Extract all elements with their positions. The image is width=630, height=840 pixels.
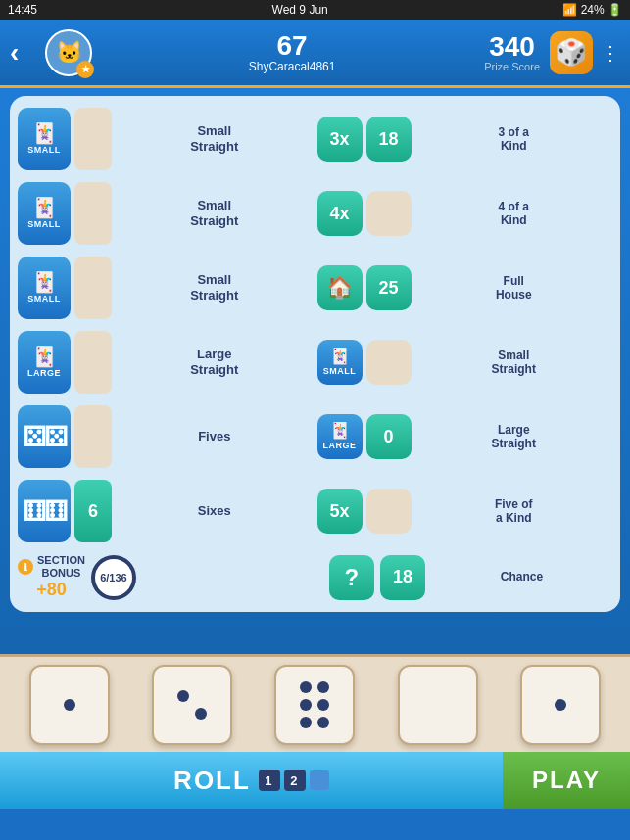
cat-icon-large-1[interactable]: 🃏 LARGE (18, 331, 71, 394)
blank-slot-score-4[interactable] (366, 340, 412, 385)
cat-icon-symbol-large-r: 🃏 (330, 423, 350, 439)
die-1[interactable] (29, 665, 110, 745)
score-row-6: ⚅⚅ 6 Sixes 5x Five ofa Kind (18, 476, 612, 546)
right-cat-fiveofakind: Five ofa Kind (415, 497, 613, 526)
cat-icon-symbol-1: 🃏 (32, 123, 57, 143)
avatar-wrap: 🐱 ★ (45, 29, 92, 76)
die-dot-5 (555, 699, 566, 711)
top-nav: ‹ 🐱 ★ 67 ShyCaracal4861 340 Prize Score … (0, 20, 630, 88)
bottom-buttons: ROLL 1 2 PLAY (0, 752, 630, 809)
cat-icon-large-right[interactable]: 🃏 LARGE (317, 414, 363, 459)
cat-icon-label-3: SMALL (27, 294, 61, 303)
score-18[interactable]: 18 (366, 117, 412, 162)
right-cat-fullhouse: FullHouse (415, 274, 613, 303)
prize-section: 340 Prize Score (484, 33, 540, 72)
cat-icon-small-right[interactable]: 🃏 SMALL (317, 340, 363, 385)
status-time: 14:45 (8, 3, 37, 17)
cat-icon-symbol-2: 🃏 (32, 198, 57, 217)
cat-icon-symbol-small-r: 🃏 (330, 349, 350, 364)
cat-icon-small-2[interactable]: 🃏 SMALL (18, 182, 71, 245)
blank-slot-3[interactable] (74, 257, 112, 319)
die-4[interactable] (398, 665, 478, 745)
blank-slot-2[interactable] (74, 182, 112, 245)
score-row-1: 🃏 SMALL SmallStraight 3x 18 3 of aKind (18, 104, 612, 174)
cat-icon-symbol-3: 🃏 (32, 272, 57, 292)
die-dot-2a (177, 690, 189, 702)
die-dot-2b (195, 708, 207, 720)
cat-name-fives: Fives (116, 429, 314, 444)
cat-icon-small-3[interactable]: 🃏 SMALL (18, 257, 71, 319)
cat-icon-label-2: SMALL (27, 219, 61, 229)
progress-circle: 6/136 (91, 555, 136, 600)
multiplier-4x[interactable]: 4x (317, 191, 363, 236)
status-date: Wed 9 Jun (272, 3, 328, 17)
more-button[interactable]: ⋮ (601, 41, 620, 65)
score-25[interactable]: 25 (366, 265, 412, 310)
score-col-left: 🃏 SMALL SmallStraight 3x 18 3 of aKind 🃏… (18, 104, 612, 604)
cat-icon-small-1[interactable]: 🃏 SMALL (18, 108, 71, 170)
score-chance-18[interactable]: 18 (380, 555, 425, 600)
die-dot-3e (300, 717, 312, 728)
score-6-left[interactable]: 6 (74, 480, 112, 542)
prize-label: Prize Score (484, 61, 540, 72)
die-3[interactable] (274, 665, 355, 745)
cat-name-small-straight-2: SmallStraight (116, 198, 314, 228)
blank-slot-5[interactable] (74, 405, 112, 468)
die-5[interactable] (520, 665, 601, 745)
right-cat-4ofakind: 4 of aKind (415, 200, 613, 228)
score-row-4: 🃏 LARGE LargeStraight 🃏 SMALL SmallStrai… (18, 327, 612, 397)
cat-icon-symbol-large-1: 🃏 (32, 347, 57, 366)
blank-slot-1[interactable] (74, 108, 112, 170)
bonus-plus: +80 (36, 580, 67, 600)
score-row-5: ⚄⚄ Fives 🃏 LARGE 0 LargeStraight (18, 401, 612, 472)
roll-square (310, 770, 329, 790)
game-area: 🃏 SMALL SmallStraight 3x 18 3 of aKind 🃏… (0, 88, 630, 654)
score-0[interactable]: 0 (366, 414, 412, 459)
cat-icon-label-large-r: LARGE (323, 441, 357, 450)
die-dot-3c (300, 699, 312, 711)
back-button[interactable]: ‹ (10, 37, 45, 69)
dice-area (0, 654, 630, 752)
right-cat-smallstraight: SmallStraight (415, 349, 613, 377)
cat-name-large-straight: LargeStraight (116, 347, 314, 377)
bonus-row: ℹ SECTIONBONUS +80 6/136 ? 18 Chance (18, 550, 612, 604)
right-cat-chance: Chance (431, 570, 612, 583)
status-bar: 14:45 Wed 9 Jun 📶 24% 🔋 (0, 0, 630, 20)
roll-counter-1: 1 (259, 770, 280, 791)
cat-icon-label-1: SMALL (27, 145, 61, 155)
die-dot-3d (317, 699, 329, 711)
score-row-2: 🃏 SMALL SmallStraight 4x 4 of aKind (18, 178, 612, 249)
cat-name-small-straight-1: SmallStraight (116, 123, 314, 154)
bonus-info-icon: ℹ (18, 559, 33, 575)
player-score-section: 67 ShyCaracal4861 (100, 32, 484, 73)
multiplier-5x[interactable]: 5x (317, 489, 363, 534)
prize-score-value: 340 (484, 33, 540, 61)
roll-counter-2: 2 (284, 770, 306, 791)
player-points: 67 (100, 32, 484, 60)
cat-icon-sixes[interactable]: ⚅⚅ (18, 480, 71, 542)
cat-icon-fives[interactable]: ⚄⚄ (18, 405, 71, 468)
die-dot-3a (300, 681, 312, 693)
right-cat-largestraight: LargeStraight (415, 423, 613, 451)
chance-question[interactable]: ? (329, 555, 374, 600)
bonus-label: SECTIONBONUS (37, 554, 85, 580)
multiplier-house[interactable]: 🏠 (317, 265, 363, 310)
avatar-badge: ★ (76, 61, 94, 78)
right-cat-3ofakind: 3 of aKind (415, 125, 613, 154)
blank-slot-4[interactable] (74, 331, 112, 394)
blank-slot-score-6[interactable] (366, 489, 412, 534)
multiplier-3x[interactable]: 3x (317, 117, 363, 162)
die-dot-3f (317, 717, 329, 728)
player-name: ShyCaracal4861 (100, 60, 484, 73)
blank-slot-score-2[interactable] (366, 191, 412, 236)
die-2[interactable] (152, 665, 232, 745)
status-info: 📶 24% 🔋 (562, 3, 622, 17)
roll-label: ROLL (173, 766, 251, 796)
cat-name-small-straight-3: SmallStraight (116, 272, 314, 303)
score-card: 🃏 SMALL SmallStraight 3x 18 3 of aKind 🃏… (10, 96, 620, 612)
cat-name-sixes: Sixes (116, 503, 314, 519)
roll-button[interactable]: ROLL 1 2 (0, 752, 503, 809)
play-label: PLAY (532, 767, 601, 794)
cat-icon-label-large-1: LARGE (27, 368, 61, 378)
play-button[interactable]: PLAY (503, 752, 630, 809)
